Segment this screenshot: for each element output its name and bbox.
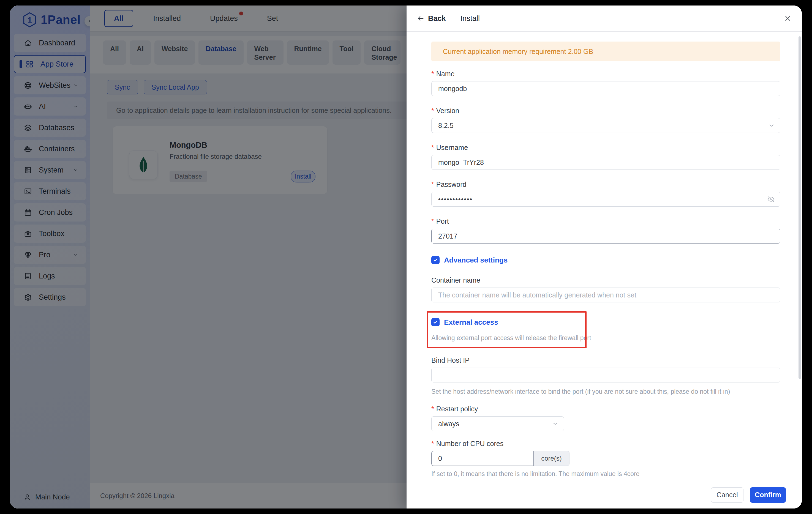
- field-bind-host-ip: Bind Host IP Set the host address/networ…: [431, 356, 780, 395]
- drawer-scrollbar[interactable]: [799, 36, 801, 379]
- annotation-red-rectangle: [427, 311, 586, 349]
- restart-policy-value: always: [438, 420, 459, 428]
- modal-dim-overlay[interactable]: [10, 5, 407, 509]
- drawer-title: Install: [461, 14, 480, 23]
- name-input[interactable]: [431, 81, 780, 96]
- container-name-label: Container name: [431, 276, 480, 284]
- cpu-cores-label: Number of CPU cores: [436, 440, 504, 447]
- required-marker: *: [431, 217, 434, 225]
- confirm-button[interactable]: Confirm: [750, 487, 786, 503]
- bind-host-ip-input[interactable]: [431, 368, 780, 383]
- cpu-cores-unit: core(s): [534, 451, 570, 466]
- version-select[interactable]: 8.2.5: [431, 118, 780, 133]
- required-marker: *: [431, 405, 434, 413]
- username-label: Username: [436, 144, 468, 151]
- field-cpu-cores: *Number of CPU cores core(s) If set to 0…: [431, 440, 780, 478]
- field-password: *Password: [431, 180, 780, 207]
- field-container-name: Container name: [431, 276, 780, 302]
- restart-policy-select[interactable]: always: [431, 416, 564, 431]
- eye-off-icon[interactable]: [767, 195, 775, 203]
- external-access-block: External access Allowing external port a…: [431, 318, 780, 342]
- password-label: Password: [436, 181, 467, 188]
- back-button[interactable]: Back: [416, 14, 446, 23]
- advanced-settings-checkbox[interactable]: [431, 256, 440, 264]
- field-version: *Version 8.2.5: [431, 107, 780, 133]
- app-window: 1 1Panel Dashboard App Store WebSites AI: [10, 5, 802, 509]
- check-icon: [433, 320, 438, 325]
- field-name: *Name: [431, 70, 780, 96]
- container-name-input[interactable]: [431, 288, 780, 302]
- external-access-row[interactable]: External access: [431, 318, 780, 327]
- username-input[interactable]: [431, 155, 780, 170]
- drawer-footer: Cancel Confirm: [407, 481, 802, 509]
- check-icon: [433, 257, 438, 263]
- advanced-settings-label: Advanced settings: [444, 256, 508, 265]
- restart-policy-label: Restart policy: [436, 405, 478, 413]
- port-label: Port: [436, 217, 449, 225]
- chevron-down-icon: [768, 122, 775, 129]
- required-marker: *: [431, 107, 434, 115]
- required-marker: *: [431, 144, 434, 151]
- external-access-help: Allowing external port access will relea…: [431, 334, 780, 342]
- cpu-cores-help: If set to 0, it means that there is no l…: [431, 470, 780, 478]
- field-restart-policy: *Restart policy always: [431, 405, 780, 431]
- external-access-checkbox[interactable]: [431, 318, 440, 326]
- name-label: Name: [436, 70, 455, 78]
- cancel-button[interactable]: Cancel: [711, 487, 744, 503]
- required-marker: *: [431, 181, 434, 188]
- cpu-cores-input[interactable]: [431, 451, 534, 466]
- required-marker: *: [431, 70, 434, 78]
- external-access-label: External access: [444, 318, 498, 327]
- bind-host-ip-label: Bind Host IP: [431, 356, 470, 364]
- version-value: 8.2.5: [438, 122, 454, 130]
- close-icon[interactable]: [784, 14, 792, 23]
- field-port: *Port: [431, 217, 780, 243]
- chevron-down-icon: [552, 420, 559, 427]
- memory-requirement-banner: Current application memory requirement 2…: [431, 41, 780, 61]
- drawer-body: Current application memory requirement 2…: [407, 32, 802, 481]
- advanced-settings-row[interactable]: Advanced settings: [431, 255, 780, 265]
- drawer-header: Back Install: [407, 5, 802, 32]
- field-username: *Username: [431, 143, 780, 170]
- version-label: Version: [436, 107, 459, 115]
- bind-host-ip-help: Set the host address/network interface t…: [431, 388, 780, 395]
- required-marker: *: [431, 440, 434, 447]
- back-arrow-icon: [416, 14, 425, 23]
- port-input[interactable]: [431, 229, 780, 243]
- install-drawer: Back Install Current application memory …: [407, 5, 802, 509]
- password-input[interactable]: [431, 192, 780, 207]
